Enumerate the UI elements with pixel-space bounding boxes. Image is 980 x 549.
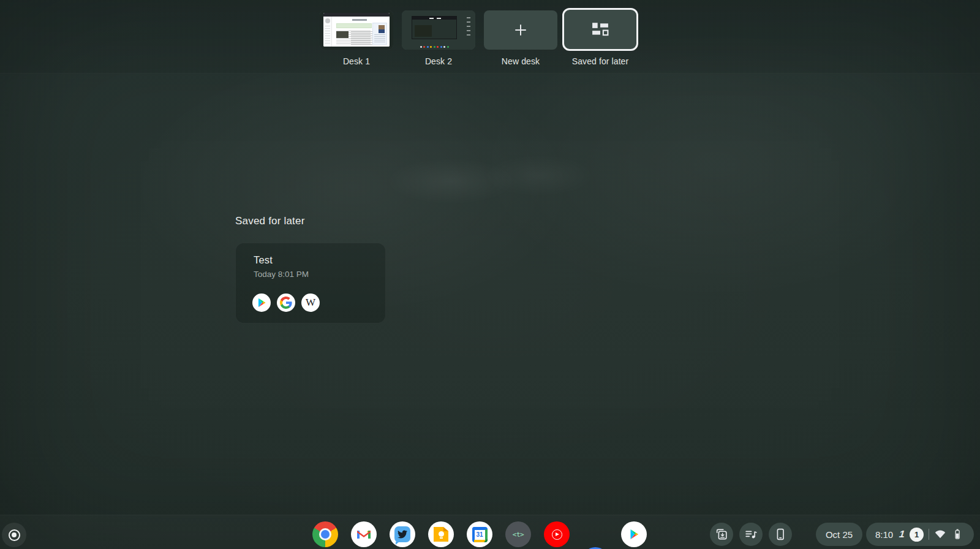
google-play-icon	[252, 293, 271, 312]
gmail-icon	[356, 529, 371, 540]
shelf-app-chrome[interactable]	[312, 521, 338, 547]
keep-icon	[434, 527, 448, 542]
notification-count-badge: 1	[910, 528, 924, 542]
shelf-app-text[interactable]: <t>	[505, 521, 531, 547]
browser-window-preview	[323, 13, 390, 47]
calendar-day-glyph: 31	[475, 530, 485, 540]
saved-desk-card[interactable]: Test Today 8:01 PM	[235, 243, 386, 324]
status-tray[interactable]: 8:10 1 1	[866, 523, 974, 546]
wikipedia-icon: W	[301, 293, 320, 312]
new-desk-button[interactable]	[484, 10, 557, 50]
text-app-icon: <t>	[513, 531, 524, 539]
date-label: Oct 25	[826, 529, 853, 540]
shelf-app-calendar[interactable]: 31	[467, 521, 492, 547]
tote-button[interactable]	[710, 523, 733, 546]
youtube-music-icon	[552, 529, 562, 540]
clock-label: 8:10	[875, 529, 893, 540]
desk-1-preview	[320, 10, 393, 50]
play-store-icon	[627, 528, 641, 541]
media-controls-button[interactable]	[739, 523, 763, 546]
desk-1-thumbnail[interactable]	[320, 10, 393, 50]
wikipedia-globe-preview	[325, 18, 330, 23]
saved-for-later-tile-label[interactable]: Saved for later	[562, 56, 638, 67]
date-tray[interactable]: Oct 25	[816, 523, 862, 546]
desk-2-thumbnail[interactable]	[402, 10, 475, 50]
shelf-app-twitter[interactable]	[390, 521, 415, 547]
dashboard-icon	[592, 22, 609, 37]
desks-bar: Desk 1	[0, 0, 980, 74]
phone-hub-button[interactable]	[769, 523, 792, 546]
desk-2-label[interactable]: Desk 2	[402, 56, 475, 67]
saved-desk-card-timestamp: Today 8:01 PM	[254, 270, 309, 279]
shelf-app-gmail[interactable]	[351, 521, 377, 547]
launcher-icon	[9, 529, 20, 541]
desk-1-label[interactable]: Desk 1	[320, 56, 393, 67]
saved-for-later-button[interactable]	[562, 8, 638, 51]
battery-icon	[951, 528, 963, 540]
saved-desk-card-title: Test	[254, 254, 273, 266]
shelf-app-play-store[interactable]	[621, 521, 647, 547]
phone-hub-icon	[774, 528, 787, 541]
shelf: 31 <t>	[0, 515, 980, 549]
shelf-app-youtube-music[interactable]	[544, 521, 570, 547]
chromeos-overview-screen: Desk 1	[0, 0, 980, 549]
saved-for-later-heading: Saved for later	[235, 215, 305, 227]
desk-2-preview	[402, 10, 475, 50]
launcher-button[interactable]	[2, 523, 26, 547]
plus-icon	[514, 23, 527, 37]
calendar-icon: 31	[472, 527, 488, 542]
twitter-icon	[394, 526, 410, 542]
media-controls-icon	[744, 528, 758, 541]
google-icon	[277, 293, 295, 312]
saved-desk-card-app-icons: W	[252, 293, 320, 312]
new-desk-label[interactable]: New desk	[484, 56, 557, 67]
wifi-icon	[934, 528, 946, 540]
notification-app-icon: 1	[899, 529, 905, 540]
shelf-app-keep[interactable]	[428, 521, 454, 547]
tray-divider	[929, 529, 929, 540]
tote-icon	[715, 528, 728, 541]
